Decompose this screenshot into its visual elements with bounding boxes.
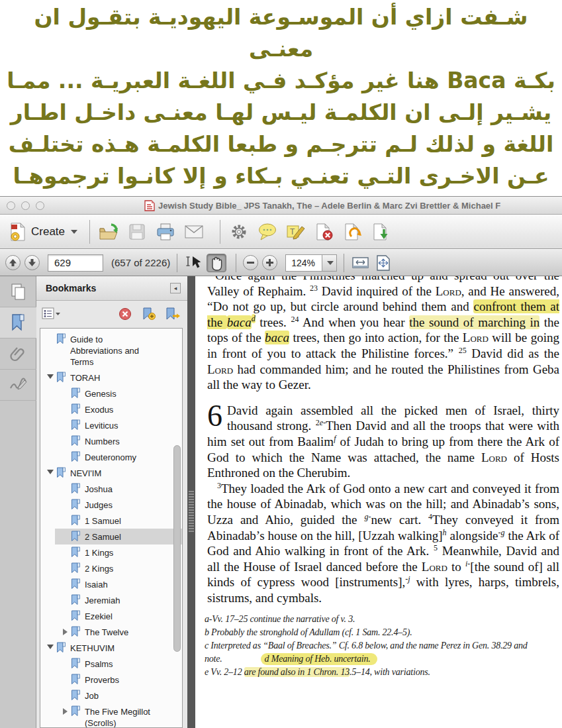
zoom-in-icon-button[interactable] (262, 255, 277, 270)
page-down-icon-button[interactable] (24, 255, 40, 270)
bookmark-item-2-samuel[interactable]: 2 Samuel (55, 529, 182, 545)
bookmark-item-icon (71, 690, 81, 701)
bookmark-item-deuteronomy[interactable]: Deuteronomy (55, 449, 182, 465)
fit-width-icon-button[interactable] (351, 254, 371, 272)
create-icon (9, 222, 26, 242)
comment-icon-button[interactable] (257, 221, 278, 242)
delete-pages-icon-button[interactable] (314, 221, 335, 242)
delete-bookmark-icon-button[interactable] (117, 307, 133, 321)
attachments-panel-icon-button[interactable] (0, 338, 36, 370)
tree-collapse-triangle[interactable] (44, 372, 56, 379)
chapter-number: 6 (207, 403, 227, 429)
page-up-icon-button[interactable] (5, 255, 21, 270)
main-toolbar: Create T (0, 215, 562, 249)
bookmark-item-psalms[interactable]: Psalms (55, 656, 182, 672)
window-titlebar[interactable]: Jewish Study Bible_ JPS Tanakh, The – Ad… (0, 196, 562, 215)
bookmark-item-icon (56, 372, 66, 383)
document-view[interactable]: 22Once again the Philistines marched up … (195, 276, 562, 728)
bookmark-item-numbers[interactable]: Numbers (55, 433, 182, 449)
email-icon (184, 224, 204, 240)
bookmarks-scrollbar[interactable] (173, 445, 181, 652)
settings-gear-icon-button[interactable] (228, 221, 250, 242)
bookmark-item-proverbs[interactable]: Proverbs (55, 672, 182, 688)
zoom-level-input[interactable]: 124% (285, 254, 322, 272)
tree-arrow-spacer (59, 546, 71, 549)
bookmark-item-1-samuel[interactable]: 1 Samuel (55, 513, 182, 529)
bookmark-item-the-twelve[interactable]: The Twelve (55, 624, 182, 640)
bookmark-item-icon (71, 403, 81, 415)
bookmark-item-icon (71, 499, 81, 510)
comment-icon (258, 223, 277, 241)
collapse-panel-button[interactable]: ◂ (170, 283, 181, 293)
bookmark-item-icon (71, 546, 81, 558)
bookmark-item-label: Proverbs (85, 674, 119, 686)
bookmark-item-jeremiah[interactable]: Jeremiah (55, 592, 182, 608)
tree-collapse-triangle[interactable] (44, 467, 56, 474)
fit-width-icon (351, 255, 370, 271)
bookmark-item-leviticus[interactable]: Leviticus (55, 417, 182, 433)
bookmark-item-1-kings[interactable]: 1 Kings (55, 545, 182, 560)
tree-expand-triangle[interactable] (59, 705, 71, 715)
bookmark-item-icon (71, 594, 81, 605)
bookmark-item-job[interactable]: Job (55, 688, 182, 703)
zoom-dropdown-button[interactable] (322, 254, 337, 272)
window-zoom-button[interactable] (36, 201, 44, 210)
pages-panel-icon-button[interactable] (0, 276, 36, 307)
arabic-caption-line: عـن الاخـرى التـي تعنـي بـكاء و إلا كانـ… (0, 160, 562, 192)
bookmark-item-joshua[interactable]: Joshua (55, 481, 182, 497)
options-menu-icon-button[interactable] (43, 307, 59, 321)
page-count-label: (657 of 2226) (111, 257, 170, 268)
window-close-button[interactable] (7, 201, 15, 210)
pdf-footnote-line: e Vv. 2–12 are found also in 1 Chron. 13… (205, 666, 559, 679)
tree-arrow-spacer (44, 333, 56, 336)
bookmark-item-isaiah[interactable]: Isaiah (55, 576, 182, 592)
save-icon-button[interactable] (126, 221, 148, 242)
bookmark-item-guide-to-abbreviations-and-terms[interactable]: Guide to Abbreviations and Terms (40, 331, 182, 370)
bookmark-item-label: KETHUVIM (70, 642, 115, 654)
bookmark-item-nevi-im[interactable]: NEVI'IM (40, 465, 182, 481)
arabic-caption-line: اللغة و لذلك لـم تترجـم و طبعا الكلمـة ه… (0, 129, 562, 160)
window-minimize-button[interactable] (21, 201, 30, 210)
bookmark-item-label: 1 Kings (85, 546, 113, 558)
bookmark-item-kethuvim[interactable]: KETHUVIM (40, 640, 182, 656)
select-tool-icon-button[interactable] (184, 254, 204, 272)
fit-page-icon-button[interactable] (373, 254, 393, 272)
bookmark-item-label: NEVI'IM (70, 467, 101, 479)
bookmark-item-exodus[interactable]: Exodus (55, 401, 182, 417)
bookmark-item-the-five-megillot-scrolls-[interactable]: The Five Megillot (Scrolls) (55, 703, 182, 728)
bookmark-item-label: Joshua (85, 483, 113, 495)
fit-page-icon (375, 254, 391, 272)
zoom-in-icon (265, 258, 274, 267)
panel-resize-divider[interactable] (187, 276, 195, 728)
bookmarks-panel-title: Bookmarks (46, 283, 170, 293)
bookmark-item-genesis[interactable]: Genesis (55, 386, 182, 401)
tree-arrow-spacer (59, 562, 71, 565)
print-icon-button[interactable] (155, 221, 176, 242)
panel-resize-grip[interactable] (189, 491, 194, 532)
bookmark-item-icon (56, 333, 66, 344)
pdf-footnote-line: b Probably the stronghold of Adullam (cf… (205, 626, 559, 639)
open-file-icon-button[interactable] (98, 221, 119, 242)
new-bookmark-icon-button[interactable] (141, 307, 157, 321)
tree-expand-triangle[interactable] (59, 626, 71, 635)
tree-collapse-triangle[interactable] (44, 642, 56, 649)
bookmark-item-ezekiel[interactable]: Ezekiel (55, 608, 182, 624)
bookmark-item-2-kings[interactable]: 2 Kings (55, 560, 182, 576)
download-pdf-icon-button[interactable] (371, 221, 392, 242)
zoom-out-icon-button[interactable] (243, 255, 258, 270)
bookmark-item-label: The Twelve (85, 626, 128, 638)
email-icon-button[interactable] (183, 221, 205, 242)
signatures-panel-icon-button[interactable] (0, 370, 36, 401)
bookmark-item-torah[interactable]: TORAH (40, 370, 182, 386)
tree-arrow-spacer (59, 658, 71, 660)
expand-bookmark-icon-button[interactable] (165, 307, 181, 321)
export-pdf-icon-button[interactable] (342, 221, 363, 242)
hand-tool-icon-button[interactable] (207, 254, 226, 272)
bookmark-item-label: Ezekiel (85, 610, 113, 622)
page-number-input[interactable]: 629 (48, 254, 103, 272)
delete-pages-icon (314, 223, 334, 241)
create-button[interactable]: Create (5, 221, 81, 243)
sign-stamp-icon-button[interactable]: T (285, 221, 306, 242)
bookmarks-panel-icon-button[interactable] (0, 307, 36, 338)
bookmark-item-judges[interactable]: Judges (55, 497, 182, 513)
